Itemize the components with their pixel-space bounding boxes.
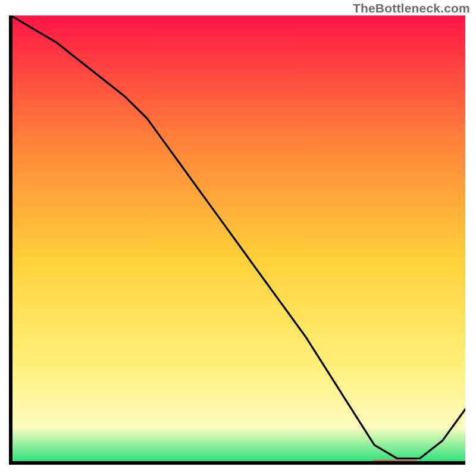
plot-background: [11, 15, 465, 463]
watermark-text: TheBottleneck.com: [353, 1, 470, 15]
chart-container: TheBottleneck.com: [0, 0, 476, 476]
bottleneck-chart: [0, 0, 476, 476]
